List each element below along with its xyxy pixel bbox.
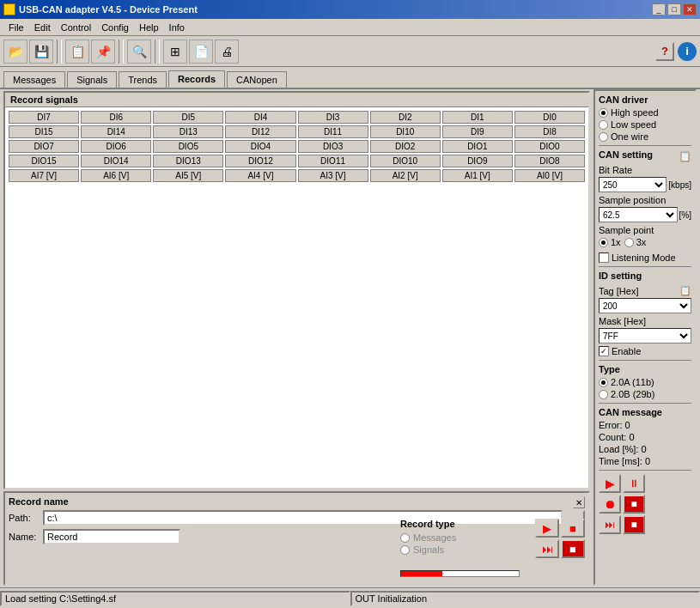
signal-cell[interactable]: DI15 [9,125,79,138]
signal-cell[interactable]: DI8 [514,125,585,138]
menu-edit[interactable]: Edit [29,21,56,34]
tag-copy-icon[interactable]: 📋 [679,285,691,296]
signal-cell[interactable]: DI13 [153,125,223,138]
type-29b[interactable]: 2.0B (29b) [599,389,691,399]
listening-mode-row[interactable]: Listening Mode [599,252,691,263]
paste-button[interactable]: 📌 [91,40,115,64]
signal-cell[interactable]: DI7 [9,111,79,124]
play-record-button[interactable]: ▶ [535,519,559,538]
fullstop2-button[interactable]: ■ [623,495,645,514]
copy-button[interactable]: 📋 [65,40,89,64]
signal-cell[interactable]: DIO14 [81,155,151,167]
name-input[interactable] [43,529,180,544]
signal-cell[interactable]: DI11 [298,125,368,138]
enable-checkbox[interactable] [599,346,609,356]
signal-cell[interactable]: DI5 [153,111,223,124]
menu-file[interactable]: File [3,21,29,34]
signal-cell[interactable]: AI2 [V] [370,169,441,182]
signal-cell[interactable]: DI0 [514,111,585,124]
type-29b-radio[interactable] [599,390,608,399]
signal-cell[interactable]: AI6 [V] [81,169,151,182]
stop-record-button[interactable]: ■ [561,519,585,538]
sample-3x-radio[interactable] [624,238,634,247]
menu-config[interactable]: Config [96,21,134,34]
stop2-button[interactable]: ■ [623,515,645,534]
skip-forward-button[interactable]: ⏭ [599,515,621,534]
close-button[interactable]: ✕ [683,3,697,15]
menu-info[interactable]: Info [164,21,190,34]
signal-cell[interactable]: DI9 [442,125,513,138]
tab-records[interactable]: Records [168,70,225,88]
record-close-button[interactable]: ✕ [573,496,585,508]
signal-cell[interactable]: DI3 [298,111,368,124]
signal-cell[interactable]: DI2 [370,111,441,124]
enable-row[interactable]: Enable [599,346,691,356]
open-button[interactable]: 📂 [3,40,27,64]
fullstop-button[interactable]: ■ [561,539,585,558]
low-speed-option[interactable]: Low speed [599,119,691,130]
tab-canopen[interactable]: CANopen [227,71,287,88]
menu-help[interactable]: Help [134,21,164,34]
bit-rate-select[interactable]: 250 125 500 1000 [599,177,667,192]
type-11b-radio[interactable] [599,378,608,387]
record-type-messages[interactable]: Messages [400,532,456,543]
record-button[interactable]: ⏺ [599,495,621,514]
signal-cell[interactable]: DIO0 [514,140,585,153]
signal-cell[interactable]: AI1 [V] [442,169,513,182]
signal-cell[interactable]: AI7 [V] [9,169,79,182]
copy-icon[interactable]: 📋 [679,150,691,162]
maximize-button[interactable]: □ [667,3,681,15]
signal-cell[interactable]: DI1 [442,111,513,124]
one-wire-option[interactable]: One wire [599,131,691,142]
record-type-signals[interactable]: Signals [400,544,456,555]
signal-cell[interactable]: DIO7 [9,140,79,153]
save-button[interactable]: 💾 [29,40,53,64]
tab-messages[interactable]: Messages [3,71,65,88]
listening-mode-checkbox[interactable] [599,252,609,263]
sample-1x-radio[interactable] [599,238,608,247]
sample-position-select[interactable]: 62.5 75.0 [599,207,678,222]
signal-cell[interactable]: DI6 [81,111,151,124]
signal-cell[interactable]: DIO12 [225,155,295,167]
path-input[interactable] [43,510,563,526]
signal-cell[interactable]: AI4 [V] [225,169,295,182]
signal-cell[interactable]: DIO4 [225,140,295,153]
low-speed-radio[interactable] [599,120,608,130]
play-button[interactable]: ▶ [599,474,621,493]
signal-cell[interactable]: DIO8 [514,155,585,167]
help-button[interactable]: ? [655,42,674,61]
type-11b[interactable]: 2.0A (11b) [599,377,691,387]
tab-signals[interactable]: Signals [67,71,117,88]
signal-cell[interactable]: DIO3 [298,140,368,153]
record2-button[interactable]: 📄 [189,40,213,64]
signal-cell[interactable]: AI0 [V] [514,169,585,182]
high-speed-option[interactable]: High speed [599,107,691,118]
record3-button[interactable]: 🖨 [215,40,239,64]
signal-cell[interactable]: DIO9 [442,155,513,167]
tag-select[interactable]: 200 [599,298,691,313]
minimize-button[interactable]: _ [652,3,666,15]
sample-3x[interactable]: 3x [624,237,647,247]
signal-cell[interactable]: DI14 [81,125,151,138]
pause-button[interactable]: ⏸ [623,474,645,493]
high-speed-radio[interactable] [599,108,608,118]
signal-cell[interactable]: DIO6 [81,140,151,153]
menu-control[interactable]: Control [56,21,96,34]
tab-trends[interactable]: Trends [119,71,167,88]
signal-cell[interactable]: DIO1 [442,140,513,153]
info-button[interactable]: i [678,42,697,61]
signal-cell[interactable]: DIO15 [9,155,79,167]
signal-cell[interactable]: DI10 [370,125,441,138]
signal-cell[interactable]: DIO11 [298,155,368,167]
signal-cell[interactable]: DI4 [225,111,295,124]
signal-cell[interactable]: DIO5 [153,140,223,153]
signal-cell[interactable]: DIO10 [370,155,441,167]
search-button[interactable]: 🔍 [127,40,151,64]
signal-cell[interactable]: DI12 [225,125,295,138]
signal-cell[interactable]: DIO2 [370,140,441,153]
mask-select[interactable]: 7FF [599,328,691,344]
one-wire-radio[interactable] [599,132,608,142]
sample-1x[interactable]: 1x [599,237,621,247]
signal-cell[interactable]: AI5 [V] [153,169,223,182]
record1-button[interactable]: ⊞ [163,40,187,64]
